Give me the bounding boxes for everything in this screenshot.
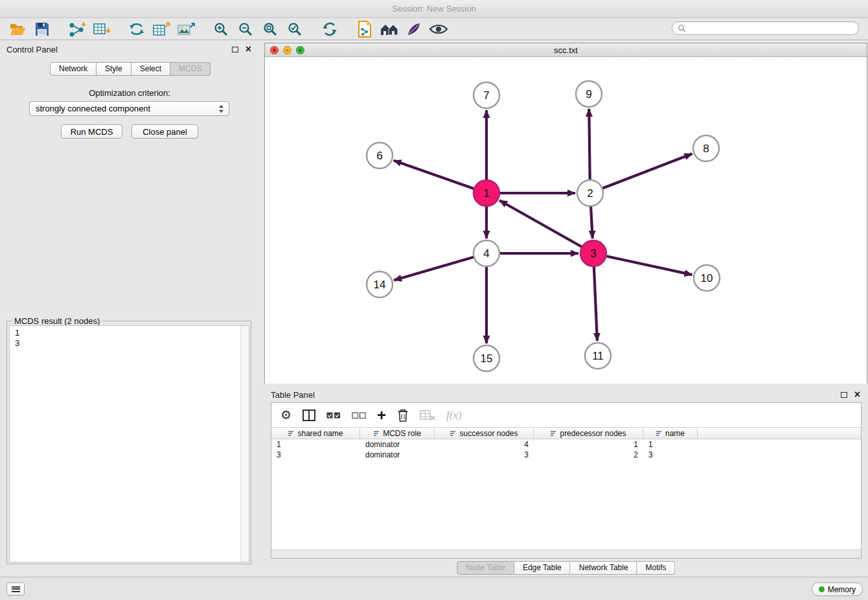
tab-select[interactable]: Select [131,62,170,76]
criterion-dropdown[interactable]: strongly connected component [29,101,229,116]
zoom-selected-button[interactable] [282,19,307,39]
open-session-button[interactable] [5,19,30,39]
network-window-titlebar[interactable]: × − + scc.txt [265,43,867,57]
tab-mcds[interactable]: MCDS [170,62,211,76]
tab-node-table[interactable]: Node Table [457,561,514,575]
column-label: name [665,429,685,438]
unselect-all-columns-button[interactable] [352,411,366,420]
function-builder-button[interactable]: f(x) [446,409,462,422]
graph-node[interactable]: 1 [474,180,499,206]
select-all-columns-button[interactable] [326,411,341,420]
column-sort-icon [373,430,380,437]
memory-label: Memory [828,585,856,594]
network-canvas[interactable]: 7968124314101511 [265,58,867,384]
table-row[interactable]: 3 dominator 3 2 3 [271,450,861,460]
column-header-shared-name[interactable]: shared name [271,428,360,439]
graph-edge[interactable] [394,253,486,281]
zoom-in-button[interactable] [209,19,233,39]
import-network-button[interactable] [65,19,89,39]
houses-icon [380,22,399,36]
column-sort-icon [550,430,556,437]
graph-node[interactable]: 9 [576,81,602,107]
import-table-button[interactable] [89,19,114,39]
graph-node[interactable]: 15 [474,345,499,371]
network-document-button[interactable] [352,19,377,39]
export-table-button[interactable] [149,19,174,39]
control-panel-title: Control Panel [6,45,58,54]
zoom-fit-button[interactable] [258,19,282,39]
app-window: { "window": { "title": "Session: New Ses… [0,0,868,600]
graph-edge[interactable] [590,154,692,193]
run-mcds-button[interactable]: Run MCDS [61,124,122,139]
checked-boxes-icon [326,411,341,420]
close-table-panel-button[interactable]: × [854,391,860,398]
graph-node-label: 10 [701,272,713,284]
column-header-mcds-role[interactable]: MCDS role [360,428,435,439]
add-column-button[interactable]: + [377,409,386,422]
graph-edge[interactable] [499,200,593,253]
graph-node-label: 3 [590,248,596,260]
column-label: successor nodes [459,429,518,438]
minimize-window-button[interactable]: − [283,46,291,54]
graph-node[interactable]: 6 [367,143,393,168]
mcds-result-list[interactable]: 1 3 [9,325,249,562]
table-row[interactable]: 1 dominator 4 1 1 [271,439,861,450]
graph-node[interactable]: 8 [693,135,719,161]
zoom-out-button[interactable] [233,19,258,39]
panel-menu-button[interactable] [6,583,25,595]
graph-node[interactable]: 11 [585,343,611,369]
graph-node[interactable]: 14 [367,271,393,297]
mcds-result-line: 1 [15,328,249,338]
graph-edge[interactable] [394,161,486,193]
apply-layout-button[interactable] [317,19,342,39]
memory-button[interactable]: Memory [812,583,863,596]
table-panel-tabs: Node Table Edge Table Network Table Moti… [457,561,675,575]
style-paint-button[interactable] [402,19,426,39]
close-window-button[interactable]: × [270,46,279,54]
save-session-button[interactable] [30,19,54,39]
main-toolbar [0,19,868,40]
share-network-button[interactable] [124,19,149,39]
graph-node[interactable]: 7 [474,82,499,108]
zoom-window-button[interactable]: + [296,46,304,54]
result-scrollbar[interactable] [240,326,249,562]
column-header-name[interactable]: name [643,428,698,439]
cell-shared-name: 1 [271,439,360,450]
search-icon [678,24,686,32]
column-label: predecessor nodes [560,429,626,438]
graph-node-label: 4 [483,248,489,260]
tab-network[interactable]: Network [50,62,97,76]
table-settings-button[interactable]: ⚙ [280,409,291,421]
export-image-button[interactable] [174,19,198,39]
cell-successor-nodes: 4 [435,439,534,450]
graph-edge[interactable] [593,253,692,275]
cell-name: 3 [643,450,698,460]
delete-column-button[interactable] [397,408,409,422]
column-sort-icon [450,430,456,437]
tab-edge-table[interactable]: Edge Table [514,561,571,575]
export-image-icon [177,21,195,37]
float-table-panel-button[interactable] [841,392,847,398]
tab-style[interactable]: Style [97,62,131,76]
graph-node-label: 11 [592,350,604,362]
column-header-successor-nodes[interactable]: successor nodes [435,428,534,439]
search-box [672,21,859,35]
graph-node[interactable]: 10 [694,265,720,291]
search-input[interactable] [689,24,853,33]
graph-node[interactable]: 2 [577,180,603,206]
tab-network-table[interactable]: Network Table [571,561,637,575]
tab-motifs[interactable]: Motifs [637,561,676,575]
toggle-visibility-button[interactable] [426,19,451,39]
graph-node[interactable]: 4 [474,240,499,266]
show-networks-button[interactable] [377,19,402,39]
table-horizontal-scrollbar[interactable] [271,549,861,558]
float-panel-button[interactable] [232,47,238,52]
graph-node[interactable]: 3 [580,240,606,266]
control-panel-tabs: Network Style Select MCDS [50,62,211,76]
show-columns-button[interactable] [303,410,315,421]
unchecked-boxes-icon [352,411,366,420]
close-panel-button[interactable]: × [246,45,251,53]
close-panel-action-button[interactable]: Close panel [131,124,198,139]
column-header-predecessor-nodes[interactable]: predecessor nodes [534,428,643,439]
delete-table-button[interactable] [420,410,435,421]
